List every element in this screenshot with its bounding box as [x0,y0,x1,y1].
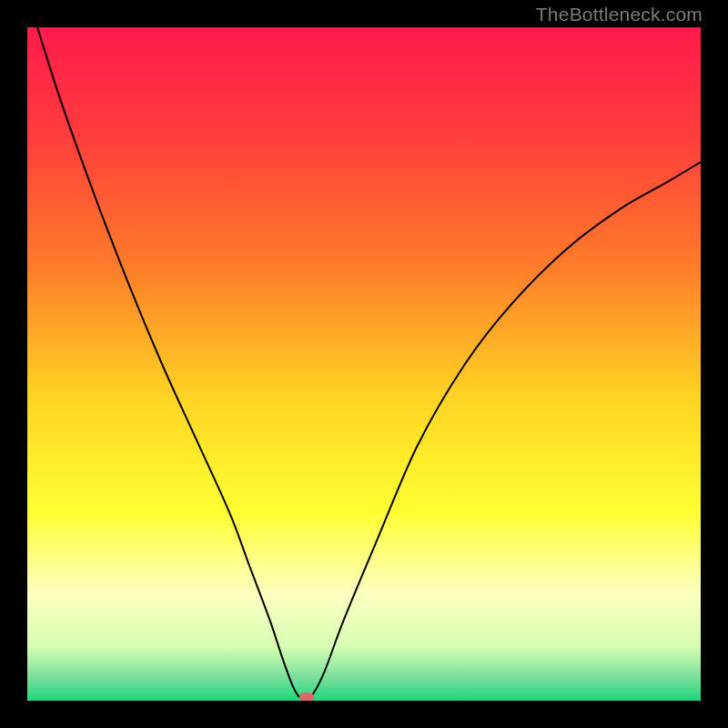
watermark-text: TheBottleneck.com [536,4,703,25]
plot-area [27,27,701,701]
optimal-marker [299,693,314,701]
bottleneck-curve [27,27,701,701]
chart-frame: TheBottleneck.com [0,0,728,728]
